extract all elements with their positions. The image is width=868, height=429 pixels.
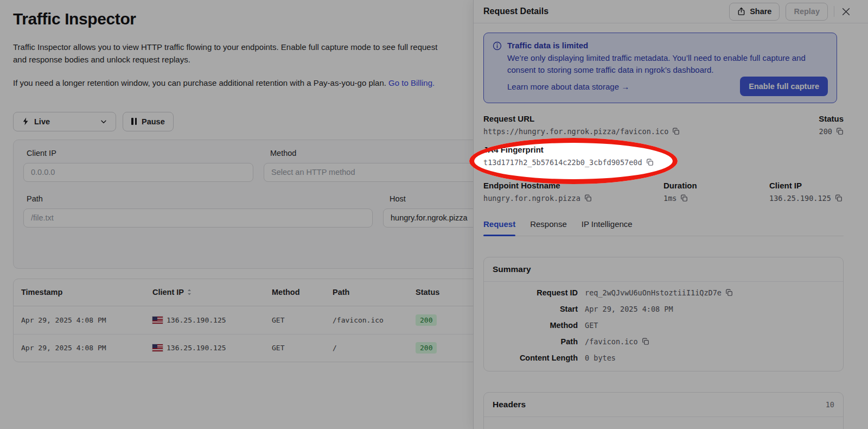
lightning-bolt-icon: [22, 117, 29, 125]
summary-card: Summary Request ID req_2wQJvwU6uOnHstozt…: [483, 257, 844, 371]
host-filter-label: Host: [390, 194, 406, 203]
banner-body: We’re only displaying limited traffic me…: [507, 52, 833, 76]
page-description: Traffic Inspector allows you to view HTT…: [13, 41, 447, 66]
share-button[interactable]: Share: [729, 3, 780, 21]
live-label: Live: [34, 117, 50, 126]
cell-client-ip: 136.25.190.125: [152, 344, 272, 352]
banner-title: Traffic data is limited: [507, 40, 833, 50]
request-id-value: req_2wQJvwU6uOnHstoztiiI1iQzD7e: [585, 288, 722, 297]
ja4-value: t13d1717h2_5b57614c22b0_3cbfd9057e0d: [483, 158, 642, 167]
learn-more-link[interactable]: Learn more about data storage →: [507, 82, 629, 91]
tab-request[interactable]: Request: [483, 219, 515, 236]
retention-note-text: If you need a longer retention window, y…: [13, 78, 386, 87]
detail-tabs: Request Response IP Intelligence: [483, 219, 844, 236]
copy-icon[interactable]: [672, 128, 680, 135]
request-url-label: Request URL: [483, 114, 680, 123]
go-to-billing-link[interactable]: Go to Billing.: [388, 78, 435, 87]
divider: [834, 6, 834, 17]
share-label: Share: [750, 7, 771, 16]
panel-title: Request Details: [483, 7, 548, 16]
enable-full-capture-button[interactable]: Enable full capture: [740, 77, 828, 96]
pause-button[interactable]: Pause: [123, 112, 174, 131]
retention-note: If you need a longer retention window, y…: [13, 77, 458, 90]
method-value: GET: [585, 321, 598, 330]
cell-method: GET: [272, 344, 333, 352]
summary-card-title: Summary: [484, 257, 843, 282]
chevron-down-icon: [100, 118, 107, 125]
pause-icon: [131, 118, 137, 125]
copy-icon[interactable]: [835, 194, 843, 202]
col-client-ip-label: Client IP: [152, 288, 184, 296]
limited-traffic-banner: Traffic data is limited We’re only displ…: [483, 33, 837, 103]
summary-label: Content Length: [493, 354, 578, 362]
pause-label: Pause: [142, 117, 165, 126]
copy-icon[interactable]: [646, 159, 654, 166]
status-label: Status: [819, 114, 844, 123]
col-path: Path: [333, 288, 416, 296]
headers-count: 10: [826, 400, 834, 409]
sort-icon[interactable]: [187, 288, 192, 296]
panel-client-ip-label: Client IP: [769, 181, 843, 190]
share-icon: [737, 7, 745, 16]
us-flag-icon: [152, 344, 163, 351]
copy-icon[interactable]: [725, 289, 733, 296]
request-url-row: Request URL https://hungry.for.ngrok.piz…: [483, 114, 844, 136]
summary-label: Method: [493, 321, 578, 330]
copy-icon[interactable]: [680, 194, 688, 202]
tab-ip-intelligence[interactable]: IP Intelligence: [582, 219, 633, 236]
request-url-value: https://hungry.for.ngrok.pizza/favicon.i…: [483, 127, 668, 136]
cell-client-ip: 136.25.190.125: [152, 316, 272, 324]
cell-method: GET: [272, 316, 333, 324]
summary-label: Start: [493, 305, 578, 313]
close-icon[interactable]: [840, 6, 852, 17]
client-ip-filter-input[interactable]: [23, 163, 253, 182]
panel-header: Request Details Share Replay: [474, 0, 868, 23]
copy-icon[interactable]: [642, 338, 649, 345]
endpoint-hostname-label: Endpoint Hostname: [483, 181, 663, 190]
path-value: /favicon.ico: [585, 337, 638, 346]
path-filter-input[interactable]: [23, 209, 373, 228]
status-value: 200: [819, 127, 832, 136]
status-badge: 200: [416, 314, 437, 326]
cell-path: /favicon.ico: [333, 316, 416, 324]
client-ip-value: 136.25.190.125: [167, 344, 226, 352]
start-value: Apr 29, 2025 4:08 PM: [585, 305, 673, 313]
ja4-label: JA4 Fingerprint: [483, 145, 654, 154]
us-flag-icon: [152, 317, 163, 324]
col-method: Method: [272, 288, 333, 296]
client-ip-filter-label: Client IP: [27, 149, 56, 157]
request-details-panel: Request Details Share Replay Traffic: [473, 0, 868, 429]
endpoint-hostname-value: hungry.for.ngrok.pizza: [483, 194, 580, 203]
cell-timestamp: Apr 29, 2025 4:08 PM: [21, 344, 152, 352]
cell-timestamp: Apr 29, 2025 4:08 PM: [21, 316, 152, 324]
client-ip-value: 136.25.190.125: [167, 316, 226, 324]
headers-card-title: Headers: [493, 400, 526, 409]
request-meta-row: Endpoint Hostname hungry.for.ngrok.pizza…: [483, 181, 844, 203]
ja4-fingerprint-section: JA4 Fingerprint t13d1717h2_5b57614c22b0_…: [483, 145, 654, 167]
cell-path: /: [333, 344, 416, 352]
summary-label: Path: [493, 337, 578, 346]
panel-client-ip-value: 136.25.190.125: [769, 194, 831, 203]
duration-value: 1ms: [663, 194, 676, 203]
summary-row: Start Apr 29, 2025 4:08 PM: [493, 305, 834, 313]
headers-card: Headers 10: [483, 392, 844, 429]
duration-label: Duration: [663, 181, 769, 190]
summary-row: Path /favicon.ico: [493, 337, 834, 346]
tab-response[interactable]: Response: [530, 219, 567, 236]
col-timestamp: Timestamp: [21, 288, 152, 296]
copy-icon[interactable]: [836, 128, 844, 135]
live-mode-dropdown[interactable]: Live: [13, 112, 116, 131]
info-icon: [493, 40, 502, 76]
replay-button[interactable]: Replay: [786, 3, 828, 21]
summary-row: Content Length 0 bytes: [493, 354, 834, 362]
panel-actions: Share Replay: [729, 3, 852, 21]
method-filter-label: Method: [270, 149, 296, 157]
summary-label: Request ID: [493, 288, 578, 297]
path-filter-label: Path: [27, 194, 43, 203]
replay-label: Replay: [794, 7, 820, 16]
content-length-value: 0 bytes: [585, 354, 616, 362]
summary-row: Method GET: [493, 321, 834, 330]
col-client-ip[interactable]: Client IP: [152, 288, 272, 296]
copy-icon[interactable]: [584, 194, 592, 202]
status-badge: 200: [416, 342, 437, 354]
